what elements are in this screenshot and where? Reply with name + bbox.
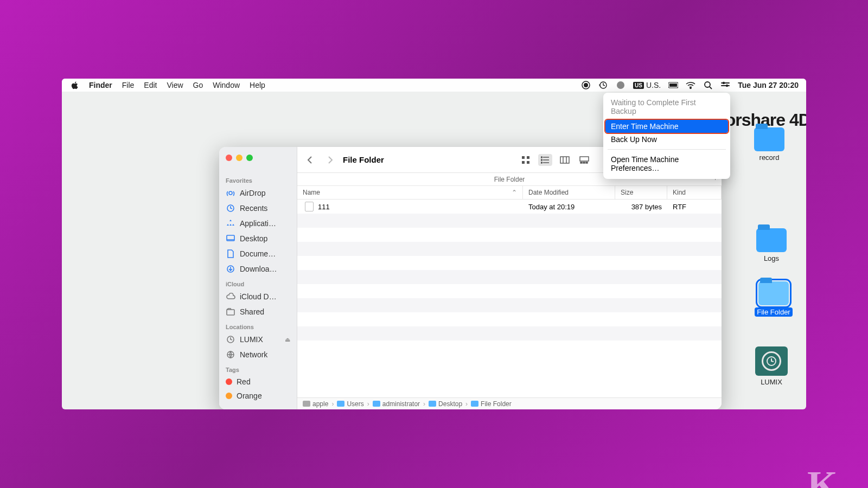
path-segment[interactable]: apple [303, 400, 328, 408]
app-name[interactable]: Finder [89, 81, 112, 89]
table-row[interactable] [297, 256, 722, 270]
menu-open-preferences[interactable]: Open Time Machine Preferences… [603, 153, 730, 175]
menubar-clock[interactable]: Tue Jun 27 20:20 [738, 81, 799, 89]
table-row[interactable] [297, 298, 722, 312]
table-row[interactable] [297, 270, 722, 284]
finder-sidebar: FavoritesAirDropRecentsApplicati…Desktop… [219, 173, 297, 409]
battery-icon[interactable] [668, 80, 678, 90]
menu-enter-time-machine[interactable]: Enter Time Machine [605, 120, 728, 133]
network-icon [226, 350, 235, 359]
sidebar-item-lumix[interactable]: LUMIX⏏ [219, 332, 297, 347]
sidebar-item-label: Network [240, 350, 267, 359]
table-row[interactable]: 111Today at 20:19387 bytesRTF [297, 200, 722, 214]
close-button[interactable] [226, 155, 232, 161]
desktop-drive-lumix[interactable]: LUMIX [749, 346, 794, 386]
back-button[interactable] [304, 153, 317, 166]
folder-icon [754, 127, 784, 151]
sidebar-item-label: iCloud D… [240, 292, 277, 301]
disk-icon [303, 401, 310, 407]
view-columns-button[interactable] [558, 154, 572, 166]
path-segment[interactable]: Desktop [429, 400, 462, 408]
sidebar-item-recents[interactable]: Recents [219, 201, 297, 216]
desktop-icon-label: File Folder [755, 307, 792, 317]
path-segment[interactable]: File Folder [471, 400, 512, 408]
screen-record-icon[interactable] [581, 80, 591, 90]
control-center-icon[interactable] [720, 80, 730, 90]
apple-menu-icon[interactable] [69, 80, 79, 90]
view-icons-button[interactable] [519, 154, 533, 166]
path-segment[interactable]: administrator [373, 400, 420, 408]
sidebar-header: Favorites [219, 173, 297, 185]
file-kind: RTF [667, 203, 722, 211]
svg-rect-22 [580, 157, 589, 161]
download-icon [226, 264, 235, 274]
siri-icon[interactable] [616, 80, 626, 90]
desktop-icon-label: record [760, 153, 780, 162]
table-row[interactable] [297, 284, 722, 298]
menu-window[interactable]: Window [213, 81, 240, 89]
desktop-folder-logs[interactable]: Logs [749, 228, 794, 262]
svg-point-20 [541, 162, 542, 163]
finder-window: File Folder FavoritesAirDrop [219, 147, 722, 409]
table-row[interactable] [297, 214, 722, 228]
cloud-icon [226, 292, 235, 301]
column-date[interactable]: Date Modified [523, 186, 615, 199]
zoom-button[interactable] [246, 155, 253, 161]
forward-button[interactable] [323, 153, 336, 166]
window-controls [219, 147, 297, 166]
file-date: Today at 20:19 [523, 203, 615, 211]
sidebar-header: iCloud [219, 277, 297, 289]
menu-view[interactable]: View [167, 81, 183, 89]
table-row[interactable] [297, 312, 722, 326]
sidebar-header: Locations [219, 319, 297, 332]
sidebar-item-desktop[interactable]: Desktop [219, 231, 297, 246]
svg-point-1 [584, 83, 588, 87]
window-title: File Folder [343, 155, 384, 164]
sidebar-item-shared[interactable]: Shared [219, 304, 297, 319]
input-source[interactable]: USU.S. [633, 81, 661, 89]
view-gallery-button[interactable] [577, 154, 591, 166]
menu-edit[interactable]: Edit [144, 81, 157, 89]
eject-icon[interactable]: ⏏ [285, 336, 290, 343]
file-icon [305, 202, 314, 211]
tab-file-folder[interactable]: File Folder [494, 176, 525, 183]
time-machine-icon[interactable] [598, 80, 608, 90]
sidebar-item-label: Recents [240, 204, 267, 213]
table-row[interactable] [297, 326, 722, 341]
menu-back-up-now[interactable]: Back Up Now [603, 133, 730, 146]
sidebar-item-orange[interactable]: Orange [219, 389, 297, 403]
svg-point-3 [617, 81, 624, 89]
table-row[interactable] [297, 242, 722, 256]
path-segment[interactable]: Users [337, 400, 363, 408]
desktop-icon-label: LUMIX [761, 378, 782, 386]
table-row[interactable] [297, 228, 722, 242]
sidebar-item-downloa[interactable]: Downloa… [219, 261, 297, 277]
menu-go[interactable]: Go [193, 81, 203, 89]
sort-asc-icon: ⌃ [512, 189, 517, 196]
desktop-icon-label: Logs [764, 254, 779, 262]
sidebar-item-icloudd[interactable]: iCloud D… [219, 289, 297, 304]
wifi-icon[interactable] [686, 80, 695, 90]
view-list-button[interactable] [538, 154, 552, 166]
column-kind[interactable]: Kind [667, 186, 722, 199]
sidebar-item-airdrop[interactable]: AirDrop [219, 185, 297, 201]
apps-icon [226, 219, 235, 228]
desktop-folder-file-folder[interactable]: File Folder [751, 281, 796, 317]
column-name[interactable]: Name⌃ [297, 186, 523, 199]
menu-file[interactable]: File [122, 81, 135, 89]
sidebar-item-red[interactable]: Red [219, 375, 297, 389]
sidebar-item-network[interactable]: Network [219, 347, 297, 362]
doc-icon [226, 249, 235, 259]
sidebar-item-label: AirDrop [240, 189, 265, 197]
svg-rect-10 [721, 85, 730, 86]
sidebar-item-applicati[interactable]: Applicati… [219, 216, 297, 231]
svg-rect-24 [583, 162, 585, 163]
desktop-folder-record[interactable]: record [746, 127, 792, 162]
svg-rect-25 [586, 162, 588, 163]
column-headers: Name⌃ Date Modified Size Kind [297, 186, 722, 200]
spotlight-icon[interactable] [703, 80, 713, 90]
menu-help[interactable]: Help [250, 81, 265, 89]
column-size[interactable]: Size [615, 186, 667, 199]
sidebar-item-docume[interactable]: Docume… [219, 246, 297, 261]
minimize-button[interactable] [236, 155, 242, 161]
